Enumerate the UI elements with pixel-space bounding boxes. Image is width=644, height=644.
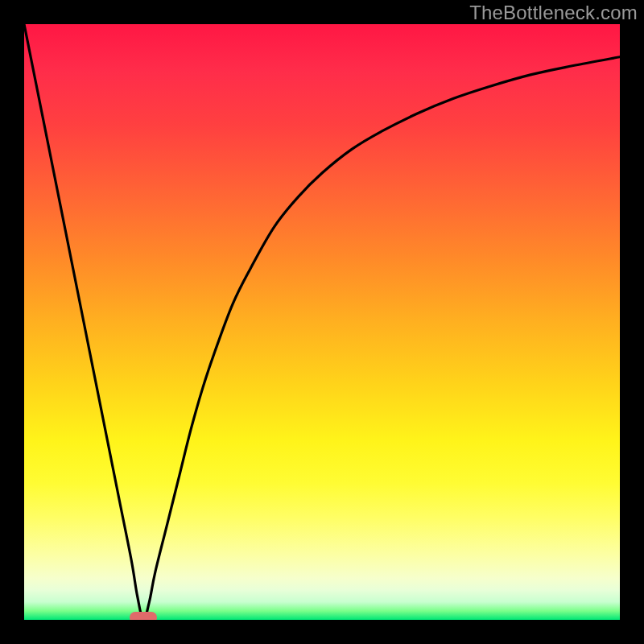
watermark-text: TheBottleneck.com bbox=[469, 2, 638, 24]
chart-frame: TheBottleneck.com bbox=[0, 0, 644, 644]
optimal-point-marker bbox=[130, 612, 157, 620]
curve-svg bbox=[24, 24, 620, 620]
bottleneck-curve bbox=[24, 24, 620, 620]
plot-area bbox=[24, 24, 620, 620]
